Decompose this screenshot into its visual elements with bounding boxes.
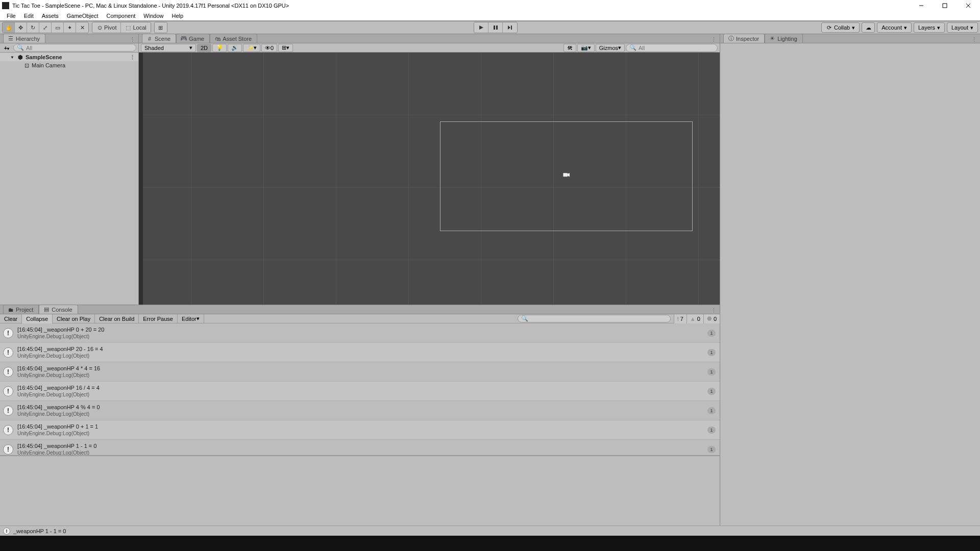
account-dropdown[interactable]: Account▾ (877, 22, 912, 33)
clear-label: Clear (4, 316, 17, 322)
log-message: [16:45:04] _weaponHP 0 + 20 = 20 (17, 327, 703, 333)
snap-toggle[interactable]: ⊞ (155, 22, 167, 33)
close-button[interactable] (957, 0, 980, 11)
log-message: [16:45:04] _weaponHP 0 + 1 = 1 (17, 423, 703, 430)
step-button[interactable] (503, 22, 517, 33)
tab-scene[interactable]: #Scene (142, 34, 176, 43)
transform-tool[interactable]: ✦ (64, 22, 76, 33)
chevron-down-icon: ▾ (588, 44, 591, 51)
clear-on-play-toggle[interactable]: Clear on Play (53, 314, 95, 323)
menu-assets[interactable]: Assets (38, 13, 63, 19)
row-options-icon[interactable]: ⋮ (130, 54, 138, 61)
console-log-list[interactable]: ![16:45:04] _weaponHP 0 + 20 = 20UnityEn… (0, 323, 720, 455)
panel-options-icon[interactable]: ⋮ (968, 36, 980, 43)
collab-button[interactable]: ⟳Collab▾ (821, 22, 860, 33)
play-controls (474, 22, 518, 33)
log-row[interactable]: ![16:45:04] _weaponHP 16 / 4 = 4UnityEng… (0, 382, 720, 401)
rotate-tool[interactable]: ↻ (27, 22, 39, 33)
panel-options-icon[interactable]: ⋮ (127, 36, 138, 43)
info-count-toggle[interactable]: !7 (674, 314, 687, 323)
info-icon: ! (3, 528, 10, 535)
svg-marker-7 (508, 26, 510, 30)
create-dropdown[interactable]: +▾ (2, 45, 11, 51)
collab-label: Collab (834, 24, 850, 31)
unity-scene-icon: ⬢ (17, 54, 23, 60)
chevron-down-icon: ▾ (852, 24, 855, 31)
log-row[interactable]: ![16:45:04] _weaponHP 4 * 4 = 16UnityEng… (0, 362, 720, 382)
camera-settings[interactable]: 📷▾ (577, 44, 595, 52)
editor-dropdown[interactable]: Editor ▾ (178, 314, 204, 323)
tab-assetstore[interactable]: 🛍Asset Store (210, 34, 257, 43)
pivot-icon: ⊙ (96, 24, 103, 31)
hierarchy-search[interactable]: 🔍All (13, 44, 136, 52)
tools-toggle[interactable]: 🛠 (564, 44, 576, 52)
gizmos-dropdown[interactable]: Gizmos▾ (596, 44, 625, 52)
log-row[interactable]: ![16:45:04] _weaponHP 0 + 1 = 1UnityEngi… (0, 420, 720, 440)
log-row[interactable]: ![16:45:04] _weaponHP 1 - 1 = 0UnityEngi… (0, 440, 720, 455)
rect-tool[interactable]: ▭ (52, 22, 64, 33)
pause-button[interactable] (488, 22, 503, 33)
tab-console[interactable]: ▤Console (39, 305, 78, 314)
menu-component[interactable]: Component (102, 13, 139, 19)
hidden-toggle[interactable]: 👁0 (261, 44, 277, 52)
warn-count-toggle[interactable]: ▲0 (687, 314, 703, 323)
clear-on-build-toggle[interactable]: Clear on Build (95, 314, 139, 323)
play-button[interactable] (474, 22, 488, 33)
window-title: Tic Tac Toe - SampleScene - PC, Mac & Li… (12, 3, 910, 9)
move-tool[interactable]: ✥ (15, 22, 27, 33)
camera-icon: ⊡ (23, 62, 30, 68)
expand-arrow-icon[interactable]: ▼ (10, 55, 15, 60)
svg-marker-10 (568, 173, 570, 177)
log-row[interactable]: ![16:45:04] _weaponHP 4 % 4 = 0UnityEngi… (0, 401, 720, 420)
console-icon: ▤ (43, 307, 50, 313)
lighting-toggle[interactable]: 💡 (212, 44, 227, 52)
minimize-button[interactable] (910, 0, 933, 11)
menu-help[interactable]: Help (167, 13, 187, 19)
tab-lighting[interactable]: ☀Lighting (765, 34, 803, 43)
layers-dropdown[interactable]: Layers▾ (914, 22, 945, 33)
menu-gameobject[interactable]: GameObject (63, 13, 103, 19)
layout-dropdown[interactable]: Layout▾ (947, 22, 978, 33)
search-icon: 🔍 (521, 315, 528, 322)
hand-tool[interactable]: ✋ (3, 22, 15, 33)
custom-tool[interactable]: ✕ (76, 22, 88, 33)
rotate-icon: ↻ (30, 24, 36, 31)
wrench-icon: ✕ (79, 24, 85, 31)
hierarchy-item[interactable]: ⊡ Main Camera (0, 61, 138, 69)
grid-toggle[interactable]: ⊞▾ (278, 44, 293, 52)
log-row[interactable]: ![16:45:04] _weaponHP 0 + 20 = 20UnityEn… (0, 323, 720, 343)
panel-options-icon[interactable]: ⋮ (708, 36, 720, 43)
maximize-button[interactable] (933, 0, 957, 11)
scene-search[interactable]: 🔍All (626, 44, 718, 52)
camera-gizmo-icon[interactable] (562, 171, 570, 178)
log-message: [16:45:04] _weaponHP 16 / 4 = 4 (17, 385, 703, 391)
pivot-toggle[interactable]: ⊙Pivot (92, 22, 121, 33)
console-search[interactable]: 🔍 (518, 315, 671, 322)
clear-button[interactable]: Clear (0, 314, 22, 323)
scene-row[interactable]: ▼ ⬢ SampleScene ⋮ (0, 53, 138, 61)
tab-inspector[interactable]: ⓘInspector (723, 34, 765, 43)
cloud-button[interactable]: ☁ (862, 22, 875, 33)
tab-project[interactable]: 🖿Project (3, 305, 39, 314)
snap-group: ⊞ (154, 22, 167, 33)
tab-hierarchy[interactable]: ☰Hierarchy (3, 34, 45, 43)
error-pause-toggle[interactable]: Error Pause (139, 314, 178, 323)
local-toggle[interactable]: ⬚Local (121, 22, 150, 33)
log-count-badge: 1 (707, 349, 716, 356)
unity-logo-icon (2, 2, 9, 9)
2d-toggle[interactable]: 2D (197, 44, 211, 52)
menu-file[interactable]: File (3, 13, 20, 19)
log-row[interactable]: ![16:45:04] _weaponHP 20 - 16 = 4UnityEn… (0, 343, 720, 362)
error-count-toggle[interactable]: ⬣0 (703, 314, 720, 323)
audio-toggle[interactable]: 🔊 (228, 44, 242, 52)
panel-options-icon[interactable]: ⋮ (708, 307, 720, 314)
fx-toggle[interactable]: ✨▾ (243, 44, 260, 52)
menu-window[interactable]: Window (139, 13, 167, 19)
tab-game[interactable]: 🎮Game (176, 34, 210, 43)
menu-edit[interactable]: Edit (20, 13, 38, 19)
search-placeholder: All (639, 45, 645, 51)
draw-mode-dropdown[interactable]: Shaded▾ (141, 44, 196, 52)
scale-tool[interactable]: ⤢ (39, 22, 52, 33)
collapse-toggle[interactable]: Collapse (22, 314, 53, 323)
scene-toolbar: Shaded▾ 2D 💡 🔊 ✨▾ 👁0 ⊞▾ 🛠 📷▾ Gizmos▾ 🔍Al… (139, 43, 720, 53)
